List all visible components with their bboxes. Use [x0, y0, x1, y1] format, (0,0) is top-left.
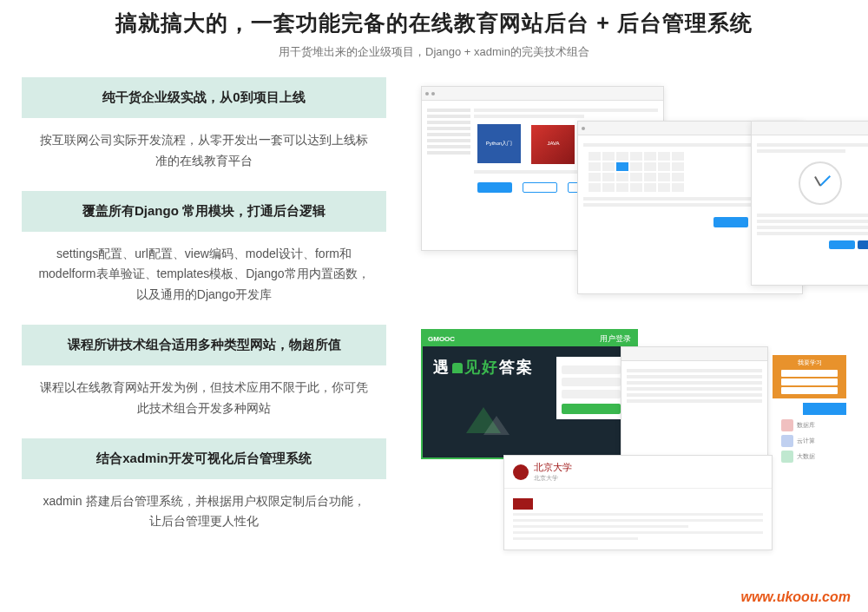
feature-title: 课程所讲技术组合适用多种类型网站，物超所值	[22, 325, 386, 365]
university-logo	[513, 464, 529, 480]
geometric-art	[457, 398, 518, 451]
login-button	[562, 404, 621, 414]
feature-section: 课程所讲技术组合适用多种类型网站，物超所值 课程以在线教育网站开发为例，但技术应…	[22, 325, 386, 431]
password-input	[562, 378, 621, 386]
active-tab	[513, 498, 533, 510]
captcha-input	[562, 390, 621, 398]
form-input	[781, 378, 838, 385]
feature-desc: xadmin 搭建后台管理系统，并根据用户权限定制后台功能，让后台管理更人性化	[22, 479, 386, 545]
action-button	[713, 217, 748, 227]
username-input	[562, 365, 621, 374]
course-card-python: Python入门	[477, 124, 521, 163]
page-subtitle: 用干货堆出来的企业级项目，Django + xadmin的完美技术组合	[17, 44, 851, 60]
secondary-button	[523, 182, 557, 193]
admin-screenshot-3	[751, 121, 868, 286]
university-subtitle: 北京大学	[534, 474, 572, 483]
site-logo: GMOOC	[428, 335, 455, 343]
course-card-java: JAVA	[531, 125, 575, 164]
feature-desc: 按互联网公司实际开发流程，从零开发出一套可以达到上线标准的在线教育平台	[22, 118, 386, 184]
calendar-widget	[589, 152, 684, 192]
category-list: 数据库 云计算 大数据	[781, 416, 846, 466]
study-box: 我要学习	[773, 355, 846, 398]
feature-title: 结合xadmin开发可视化后台管理系统	[22, 438, 386, 479]
submit-button	[858, 240, 868, 249]
form-input	[781, 370, 838, 377]
feature-desc: 课程以在线教育网站开发为例，但技术应用不限于此，你可凭此技术组合开发多种网站	[22, 365, 386, 431]
feature-title: 纯干货企业级实战，从0到项目上线	[22, 77, 386, 118]
clock-widget	[799, 161, 842, 205]
page-title: 搞就搞大的，一套功能完备的在线教育网站后台 + 后台管理系统	[17, 9, 851, 37]
university-name: 北京大学	[534, 461, 572, 474]
android-icon	[452, 363, 463, 373]
login-page-screenshot: GMOOC 用户登录 遇见好答案	[421, 329, 638, 459]
slogan-text: 遇见好答案	[433, 357, 548, 378]
form-input	[781, 387, 838, 394]
feature-list: 纯干货企业级实战，从0到项目上线 按互联网公司实际开发流程，从零开发出一套可以达…	[22, 77, 386, 555]
watermark: www.ukoou.com	[740, 589, 851, 605]
screenshots-area: Python入门 JAVA	[421, 77, 846, 555]
list-item: 数据库	[781, 419, 846, 431]
feature-title: 覆盖所有Django 常用模块，打通后台逻辑	[22, 191, 386, 232]
save-button	[829, 240, 855, 249]
feature-section: 结合xadmin开发可视化后台管理系统 xadmin 搭建后台管理系统，并根据用…	[22, 438, 386, 545]
primary-button	[477, 182, 512, 193]
login-title: 用户登录	[600, 333, 631, 345]
university-card: 北京大学 北京大学	[503, 455, 773, 550]
feature-desc: settings配置、url配置、view编码、model设计、form和 mo…	[22, 232, 386, 318]
feature-section: 纯干货企业级实战，从0到项目上线 按互联网公司实际开发流程，从零开发出一套可以达…	[22, 77, 386, 184]
list-item: 云计算	[781, 435, 846, 447]
blue-tab	[803, 403, 846, 415]
list-item: 大数据	[781, 451, 846, 463]
study-title: 我要学习	[776, 359, 843, 367]
login-form	[556, 357, 626, 419]
feature-section: 覆盖所有Django 常用模块，打通后台逻辑 settings配置、url配置、…	[22, 191, 386, 318]
